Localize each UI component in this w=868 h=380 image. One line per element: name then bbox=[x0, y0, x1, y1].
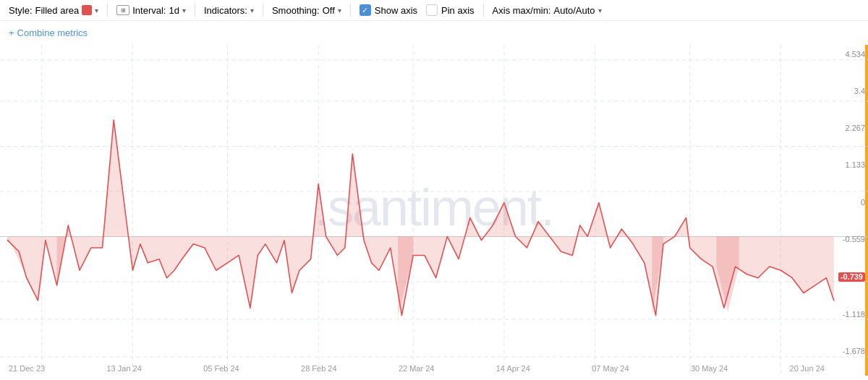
y-label-upper: 3.4 bbox=[828, 87, 865, 95]
x-label-1: 13 Jan 24 bbox=[106, 364, 141, 373]
style-dropdown[interactable]: Style: Filled area ▾ bbox=[9, 5, 98, 16]
interval-value: 1d bbox=[169, 5, 179, 16]
smoothing-label: Smoothing: bbox=[272, 5, 320, 16]
smoothing-dropdown[interactable]: Smoothing: Off ▾ bbox=[272, 5, 341, 16]
style-chevron: ▾ bbox=[95, 7, 98, 14]
y-value-upper: 3.4 bbox=[854, 87, 865, 95]
axis-maxmin-value: Auto/Auto bbox=[553, 5, 595, 16]
x-label-4: 22 Mar 24 bbox=[399, 364, 435, 373]
axis-maxmin-chevron: ▾ bbox=[598, 7, 602, 14]
style-value: Filled area bbox=[35, 5, 80, 16]
y-label-top: 4.534 bbox=[828, 51, 865, 59]
add-icon: + bbox=[9, 27, 14, 38]
show-axis-checkbox[interactable]: ✓ bbox=[359, 4, 371, 16]
x-label-8: 20 Jun 24 bbox=[790, 364, 825, 373]
y-value-neg-low: -0.559 bbox=[843, 235, 865, 243]
show-axis-toggle[interactable]: ✓ Show axis bbox=[359, 4, 417, 16]
interval-icon: ⊞ bbox=[116, 5, 129, 15]
divider-4 bbox=[350, 4, 351, 17]
indicators-label: Indicators: bbox=[204, 5, 247, 16]
y-value-bottom: -1.678 bbox=[843, 347, 865, 355]
smoothing-chevron: ▾ bbox=[338, 7, 341, 14]
y-label-neg-mid: -1.118 bbox=[828, 311, 865, 319]
style-label: Style: bbox=[9, 5, 33, 16]
x-label-3: 28 Feb 24 bbox=[301, 364, 337, 373]
chart-svg: .grid-line { stroke: #dde2ec; stroke-wid… bbox=[0, 45, 868, 376]
color-swatch[interactable] bbox=[82, 5, 92, 15]
divider-5 bbox=[483, 4, 484, 17]
x-label-2: 05 Feb 24 bbox=[203, 364, 239, 373]
x-label-6: 07 May 24 bbox=[592, 364, 629, 373]
interval-label: Interval: bbox=[132, 5, 166, 16]
smoothing-value: Off bbox=[323, 5, 335, 16]
pin-axis-checkbox[interactable] bbox=[426, 4, 438, 16]
y-axis: 4.534 3.4 2.267 1.133 0 -0.559 -0.739 -1… bbox=[828, 45, 868, 376]
y-label-zero: 0 bbox=[828, 199, 865, 207]
axis-maxmin-label: Axis max/min: bbox=[493, 5, 551, 16]
show-axis-label: Show axis bbox=[375, 5, 417, 16]
x-label-5: 14 Apr 24 bbox=[496, 364, 530, 373]
divider-1 bbox=[107, 4, 108, 17]
divider-2 bbox=[195, 4, 195, 17]
chart-area: .santiment. .grid-line { stroke: #dde2ec… bbox=[0, 45, 868, 376]
y-value-neg-mid: -1.118 bbox=[843, 310, 865, 319]
y-label-bottom: -1.678 bbox=[828, 347, 865, 355]
y-value-top: 4.534 bbox=[845, 50, 865, 59]
interval-dropdown[interactable]: ⊞ Interval: 1d ▾ bbox=[116, 5, 186, 16]
y-label-neg-low: -0.559 bbox=[828, 236, 865, 243]
axis-maxmin-dropdown[interactable]: Axis max/min: Auto/Auto ▾ bbox=[493, 5, 602, 16]
indicators-dropdown[interactable]: Indicators: ▾ bbox=[204, 5, 254, 16]
y-value-mid: 1.133 bbox=[845, 160, 865, 169]
pin-axis-label: Pin axis bbox=[441, 5, 475, 16]
pin-axis-toggle[interactable]: Pin axis bbox=[426, 4, 475, 16]
x-label-7: 30 May 24 bbox=[691, 364, 728, 373]
combine-metrics-label: Combine metrics bbox=[17, 27, 88, 38]
y-label-highlighted: -0.739 bbox=[828, 272, 865, 282]
y-value-mid-upper: 2.267 bbox=[845, 124, 865, 132]
y-value-highlighted: -0.739 bbox=[838, 272, 865, 282]
y-label-mid-upper: 2.267 bbox=[828, 124, 865, 132]
y-value-zero: 0 bbox=[861, 198, 865, 207]
x-label-0: 21 Dec 23 bbox=[9, 364, 45, 373]
combine-metrics-button[interactable]: + Combine metrics bbox=[9, 25, 88, 41]
indicators-chevron: ▾ bbox=[250, 7, 254, 14]
combine-metrics-bar: + Combine metrics bbox=[0, 21, 868, 45]
y-label-mid: 1.133 bbox=[828, 161, 865, 169]
interval-chevron: ▾ bbox=[182, 7, 186, 14]
x-axis: 21 Dec 23 13 Jan 24 05 Feb 24 28 Feb 24 … bbox=[9, 364, 825, 373]
toolbar: Style: Filled area ▾ ⊞ Interval: 1d ▾ In… bbox=[0, 0, 868, 21]
divider-3 bbox=[263, 4, 263, 17]
